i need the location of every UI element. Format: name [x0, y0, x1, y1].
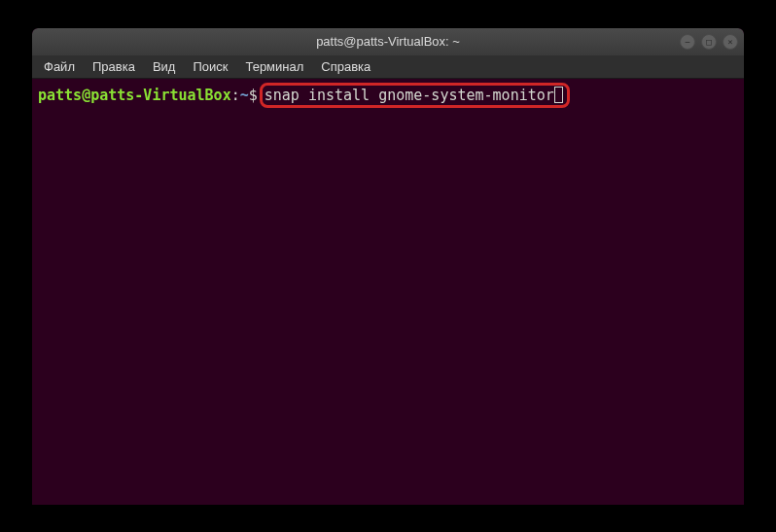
- menu-terminal[interactable]: Терминал: [237, 57, 311, 76]
- menu-edit[interactable]: Правка: [85, 57, 143, 76]
- window-title: patts@patts-VirtualBox: ~: [316, 34, 460, 49]
- command-text: snap install gnome-system-monitor: [265, 86, 554, 105]
- prompt-line: patts@patts-VirtualBox:~$ snap install g…: [38, 83, 738, 108]
- command-highlight: snap install gnome-system-monitor: [260, 83, 570, 108]
- menu-help[interactable]: Справка: [313, 57, 378, 76]
- menu-view[interactable]: Вид: [145, 57, 184, 76]
- close-button[interactable]: ×: [723, 34, 738, 50]
- minimize-button[interactable]: −: [680, 34, 695, 50]
- prompt-user-host: patts@patts-VirtualBox: [38, 86, 231, 105]
- prompt-symbol: $: [249, 86, 258, 105]
- terminal-cursor: [554, 87, 563, 103]
- menu-search[interactable]: Поиск: [185, 57, 235, 76]
- terminal-body[interactable]: patts@patts-VirtualBox:~$ snap install g…: [32, 79, 744, 505]
- maximize-button[interactable]: □: [701, 34, 717, 50]
- menu-file[interactable]: Файл: [36, 57, 83, 76]
- window-controls: − □ ×: [680, 34, 738, 50]
- prompt-path: ~: [240, 86, 249, 105]
- menubar: Файл Правка Вид Поиск Терминал Справка: [32, 55, 744, 79]
- window-titlebar: patts@patts-VirtualBox: ~ − □ ×: [32, 28, 744, 55]
- prompt-colon: :: [231, 86, 240, 105]
- terminal-window: patts@patts-VirtualBox: ~ − □ × Файл Пра…: [32, 28, 744, 505]
